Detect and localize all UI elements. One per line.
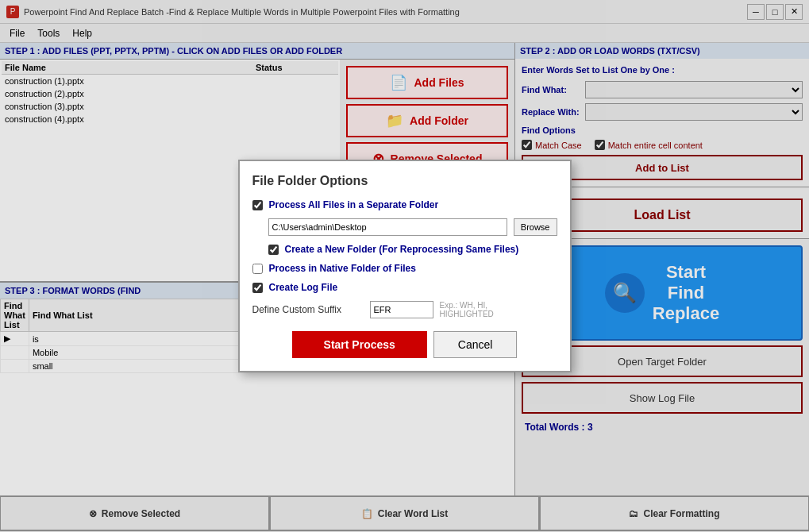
- suffix-input[interactable]: [370, 301, 433, 318]
- process-all-files-checkbox[interactable]: [252, 200, 263, 210]
- create-log-row[interactable]: Create Log File: [252, 282, 557, 293]
- process-all-files-label: Process All Files in a Separate Folder: [269, 199, 439, 210]
- folder-path-row: Browse: [268, 218, 557, 236]
- modal-buttons: Start Process Cancel: [252, 331, 557, 358]
- process-in-native-row[interactable]: Process in Native Folder of Files: [252, 263, 557, 274]
- process-in-native-checkbox[interactable]: [252, 264, 263, 274]
- create-new-folder-label: Create a New Folder (For Reprocessing Sa…: [285, 244, 519, 255]
- process-in-native-section: Process in Native Folder of Files: [252, 263, 557, 274]
- create-log-checkbox[interactable]: [252, 283, 263, 293]
- modal-title: File Folder Options: [252, 174, 557, 188]
- create-new-folder-row[interactable]: Create a New Folder (For Reprocessing Sa…: [268, 244, 557, 255]
- start-process-button[interactable]: Start Process: [292, 331, 427, 358]
- suffix-row: Define Custom Suffix Exp.: WH, HI, HIGHL…: [252, 301, 557, 318]
- suffix-label: Define Custom Suffix: [252, 304, 364, 315]
- folder-path-input[interactable]: [268, 218, 507, 236]
- cancel-button[interactable]: Cancel: [433, 331, 518, 358]
- create-log-section: Create Log File: [252, 282, 557, 293]
- process-all-files-section: Process All Files in a Separate Folder B…: [252, 199, 557, 255]
- process-all-files-row[interactable]: Process All Files in a Separate Folder: [252, 199, 557, 210]
- create-log-label: Create Log File: [269, 282, 338, 293]
- process-in-native-label: Process in Native Folder of Files: [269, 263, 416, 274]
- suffix-hint: Exp.: WH, HI, HIGHLIGHTED: [440, 301, 494, 318]
- browse-button[interactable]: Browse: [514, 218, 557, 236]
- modal-overlay: File Folder Options Process All Files in…: [0, 0, 809, 532]
- create-new-folder-checkbox[interactable]: [268, 245, 279, 255]
- modal-dialog: File Folder Options Process All Files in…: [238, 160, 572, 372]
